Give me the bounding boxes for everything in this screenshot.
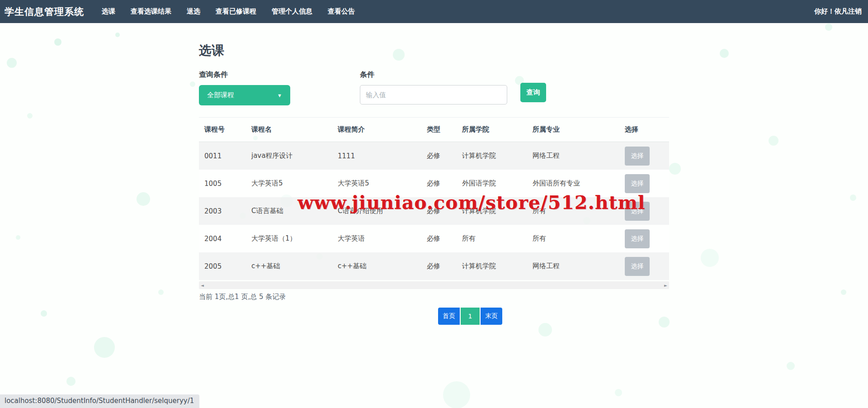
- bubble-decoration: [615, 389, 622, 396]
- bubble-decoration: [137, 192, 150, 206]
- bubble-decoration: [16, 235, 20, 240]
- nav-user-area: 你好！依凡注销: [814, 7, 868, 16]
- bubble-decoration: [701, 249, 719, 267]
- scroll-left-icon[interactable]: ◄: [201, 283, 204, 288]
- table-cell: 网络工程: [527, 152, 619, 160]
- app-brand: 学生信息管理系统: [0, 5, 94, 18]
- search-button[interactable]: 查询: [520, 83, 546, 102]
- query-condition-label: 查询条件: [199, 70, 360, 80]
- condition-input[interactable]: [360, 85, 507, 104]
- table-cell: 2005: [199, 262, 246, 270]
- bubble-decoration: [66, 377, 75, 386]
- bubble-decoration: [7, 58, 17, 68]
- bubble-decoration: [841, 289, 846, 295]
- table-header-row: 课程号课程名课程简介类型所属学院所属专业选择: [199, 118, 669, 142]
- table-cell: 大学英语（1）: [246, 234, 332, 243]
- nav-item-5[interactable]: 管理个人信息: [264, 0, 320, 23]
- bubble-decoration: [158, 289, 164, 295]
- pagination: 首页 1 末页: [199, 308, 669, 325]
- table-cell: 2003: [199, 207, 246, 215]
- course-type-dropdown[interactable]: 全部课程 ▼: [199, 85, 290, 105]
- nav-menu: 选课查看选课结果退选查看已修课程管理个人信息查看公告: [94, 0, 363, 23]
- table-cell: C语言介绍使用: [332, 207, 421, 215]
- status-bar-url: localhost:8080/StudentInfo/StudentHandle…: [0, 394, 199, 408]
- top-navbar: 学生信息管理系统 选课查看选课结果退选查看已修课程管理个人信息查看公告 你好！依…: [0, 0, 868, 23]
- table-row: 2004大学英语（1）大学英语必修所有所有选择: [199, 225, 669, 252]
- first-page-button[interactable]: 首页: [438, 308, 460, 325]
- nav-item-3[interactable]: 退选: [179, 0, 208, 23]
- bubble-decoration: [769, 136, 778, 146]
- column-header: 课程号: [199, 125, 246, 134]
- table-cell: 外国语学院: [457, 179, 527, 188]
- bubble-decoration: [669, 163, 681, 175]
- table-cell: 必修: [421, 207, 457, 215]
- nav-item-1[interactable]: 选课: [94, 0, 123, 23]
- table-cell: 1111: [332, 152, 421, 160]
- table-cell: C语言基础: [246, 207, 332, 215]
- table-row: 2003C语言基础C语言介绍使用必修计算机学院所有选择: [199, 197, 669, 225]
- nav-item-4[interactable]: 查看已修课程: [208, 0, 264, 23]
- table-cell: java程序设计: [246, 152, 332, 160]
- table-row: 1005大学英语5大学英语5必修外国语学院外国语所有专业选择: [199, 170, 669, 197]
- bubble-decoration: [787, 362, 795, 370]
- table-cell: c++基础: [246, 262, 332, 270]
- table-cell: 0011: [199, 152, 246, 160]
- scroll-right-icon[interactable]: ►: [664, 283, 667, 288]
- table-cell: 计算机学院: [457, 207, 527, 215]
- greeting-text: 你好！依凡: [814, 7, 848, 16]
- bubble-decoration: [54, 38, 61, 46]
- record-summary: 当前 1页,总1 页,总 5 条记录: [199, 293, 669, 301]
- filter-area: 查询条件 全部课程 ▼ 条件 查询: [199, 70, 669, 105]
- table-row: 0011java程序设计1111必修计算机学院网络工程选择: [199, 142, 669, 170]
- horizontal-scrollbar[interactable]: ◄ ►: [199, 281, 669, 289]
- select-course-button[interactable]: 选择: [625, 229, 650, 248]
- select-course-button[interactable]: 选择: [625, 147, 650, 166]
- current-page-button[interactable]: 1: [461, 308, 480, 325]
- table-cell: 外国语所有专业: [527, 179, 619, 188]
- column-header: 类型: [421, 125, 457, 134]
- bubble-decoration: [115, 33, 120, 37]
- dropdown-selected-value: 全部课程: [207, 91, 234, 100]
- bubble-decoration: [443, 381, 470, 408]
- select-course-button[interactable]: 选择: [625, 174, 650, 193]
- table-body: 0011java程序设计1111必修计算机学院网络工程选择1005大学英语5大学…: [199, 142, 669, 280]
- page-title: 选课: [199, 42, 669, 59]
- column-header: 课程简介: [332, 125, 421, 134]
- table-cell: 所有: [527, 234, 619, 243]
- table-row: 2005c++基础c++基础必修计算机学院网络工程选择: [199, 252, 669, 280]
- last-page-button[interactable]: 末页: [481, 308, 502, 325]
- table-cell: c++基础: [332, 262, 421, 270]
- select-course-button[interactable]: 选择: [625, 257, 650, 276]
- table-cell: 网络工程: [527, 262, 619, 270]
- bubble-decoration: [850, 195, 856, 201]
- table-cell: 所有: [527, 207, 619, 215]
- column-header: 所属学院: [457, 125, 527, 134]
- course-table: 课程号课程名课程简介类型所属学院所属专业选择 0011java程序设计1111必…: [199, 117, 669, 280]
- bubble-decoration: [825, 24, 832, 31]
- table-cell: 大学英语5: [246, 179, 332, 188]
- bubble-decoration: [720, 49, 729, 58]
- column-header: 选择: [619, 125, 669, 134]
- table-cell: 必修: [421, 234, 457, 243]
- condition-label: 条件: [360, 70, 520, 80]
- table-cell: 计算机学院: [457, 262, 527, 270]
- table-cell: 大学英语: [332, 234, 421, 243]
- column-header: 所属专业: [527, 125, 619, 134]
- bubble-decoration: [27, 113, 33, 119]
- table-cell: 必修: [421, 179, 457, 188]
- table-cell: 必修: [421, 152, 457, 160]
- nav-item-2[interactable]: 查看选课结果: [123, 0, 179, 23]
- table-cell: 计算机学院: [457, 152, 527, 160]
- main-content: 选课 查询条件 全部课程 ▼ 条件 查询 课程号课程名课程简介类型所属学院所属专…: [199, 42, 669, 325]
- column-header: 课程名: [246, 125, 332, 134]
- table-cell: 必修: [421, 262, 457, 270]
- bubble-decoration: [94, 337, 115, 358]
- select-course-button[interactable]: 选择: [625, 202, 650, 221]
- bubble-decoration: [538, 323, 552, 337]
- chevron-down-icon: ▼: [277, 93, 282, 98]
- nav-item-6[interactable]: 查看公告: [320, 0, 363, 23]
- table-cell: 所有: [457, 234, 527, 243]
- table-cell: 2004: [199, 235, 246, 243]
- logout-link[interactable]: 注销: [848, 7, 862, 16]
- bubble-decoration: [190, 81, 195, 87]
